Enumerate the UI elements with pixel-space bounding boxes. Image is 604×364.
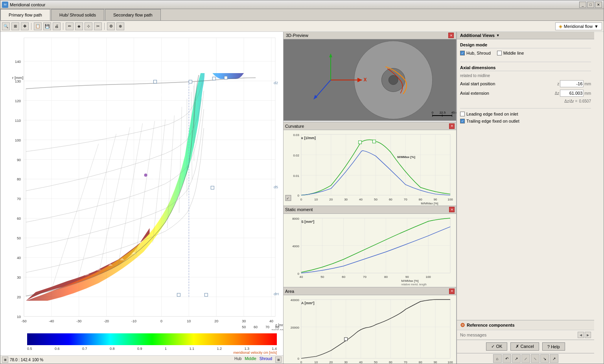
edge-section: Leading edge fixed on inlet ✓ Trailing e…: [460, 112, 591, 123]
export-button[interactable]: 📋: [34, 22, 42, 30]
svg-text:22.5: 22.5: [440, 111, 446, 114]
area-chart-content[interactable]: 40000 20000 0 0 10 20 30 40 50: [284, 295, 456, 364]
properties-title-bar: Additional Views ▼: [457, 32, 594, 39]
separator-3: [104, 23, 105, 30]
legend-settings-icon[interactable]: ⊞: [275, 357, 282, 363]
svg-text:S [mm²]: S [mm²]: [301, 220, 314, 224]
zoom-fit-button[interactable]: ⊞: [11, 22, 19, 30]
curvature-chart-close-button[interactable]: ✕: [449, 123, 455, 129]
static-moment-close-button[interactable]: ✕: [449, 207, 455, 212]
svg-rect-1: [24, 38, 275, 316]
svg-point-102: [389, 75, 398, 85]
dH-label: dH: [274, 292, 279, 296]
svg-text:40: 40: [359, 360, 363, 364]
tool-a-button[interactable]: ↗: [512, 354, 521, 363]
area-chart-title: Area: [285, 289, 294, 294]
svg-text:60: 60: [389, 360, 392, 364]
tool6-button[interactable]: ⊕: [116, 22, 124, 30]
tool1-button[interactable]: ✏: [66, 22, 74, 30]
tool-b-button[interactable]: ⟋: [521, 354, 530, 363]
y-tick-120: 120: [15, 99, 21, 103]
tool2-button[interactable]: ◈: [75, 22, 83, 30]
tab-primary-flow-path[interactable]: Primary flow path: [0, 9, 50, 20]
messages-nav-forward[interactable]: ▶: [585, 332, 591, 338]
svg-text:70: 70: [404, 360, 407, 364]
pan-button[interactable]: ✥: [21, 22, 29, 30]
static-moment-chart-title: Static moment: [285, 207, 313, 212]
no-messages-label: No messages: [460, 333, 486, 337]
close-button[interactable]: ✕: [595, 2, 602, 8]
meridional-flow-dropdown[interactable]: ◈ Meridional flow ▼: [555, 22, 602, 30]
middle-line-label: Middle line: [503, 51, 524, 55]
x-tick-minus50: -50: [21, 319, 26, 323]
svg-text:0: 0: [300, 360, 302, 364]
svg-text:40: 40: [359, 198, 363, 201]
cancel-button[interactable]: ✗ Cancel: [510, 342, 539, 351]
static-moment-chart: Static moment ✕: [284, 206, 456, 288]
y-tick-20: 20: [17, 295, 21, 299]
svg-text:90: 90: [434, 198, 437, 201]
ok-button[interactable]: ✓ OK: [486, 342, 507, 351]
curvature-chart: Curvature ✕: [284, 122, 456, 206]
y-tick-80: 80: [17, 178, 21, 182]
toolbar: 🔍 ⊞ ✥ 📋 💾 🖨 ✏ ◈ ⊹ ✂ ⚙ ⊕ ◈ Meridional flo…: [0, 21, 604, 32]
svg-text:0: 0: [297, 194, 299, 197]
zoom-in-button[interactable]: 🔍: [2, 22, 10, 30]
svg-text:0.02: 0.02: [293, 154, 299, 157]
minimize-button[interactable]: _: [579, 2, 586, 8]
svg-rect-95: [204, 293, 208, 296]
title-bar: M Meridional contour _ □ ✕: [0, 0, 604, 9]
divider-1: [460, 62, 591, 62]
axial-extension-input[interactable]: [560, 90, 584, 97]
ref-components-label: Reference components: [467, 323, 515, 327]
save-button[interactable]: 💾: [43, 22, 51, 30]
axial-dims-note: related to midline: [460, 74, 591, 78]
curvature-chart-content[interactable]: 0.03 0.02 0.01 0 0 10 20 30 40: [284, 130, 456, 206]
legend-labels: Hub Middle Shroud ⊞: [234, 357, 282, 363]
axial-extension-label: Axial extension: [460, 91, 555, 96]
leading-edge-checkbox[interactable]: [460, 112, 465, 116]
3d-preview-content[interactable]: X 0 22.5 45 mm: [284, 39, 456, 121]
svg-point-98: [144, 174, 147, 177]
hub-shroud-checkbox[interactable]: ✓: [460, 51, 465, 55]
static-moment-chart-title-bar: Static moment ✕: [284, 206, 456, 214]
y-tick-140: 140: [15, 60, 21, 64]
nav-back-button[interactable]: ↶: [503, 354, 511, 363]
meridional-chart-area[interactable]: d2 d5 dH 10 20 30 40 50 60 70: [0, 32, 283, 330]
tool-c-button[interactable]: ⟍: [531, 354, 540, 363]
tab-hub-shroud-solids[interactable]: Hub/ Shroud solids: [51, 9, 104, 20]
svg-text:κ [1/mm]: κ [1/mm]: [301, 136, 316, 140]
middle-line-checkbox[interactable]: [497, 51, 502, 55]
tool3-button[interactable]: ⊹: [85, 22, 92, 30]
svg-text:20: 20: [329, 360, 333, 364]
axial-extension-delta-label: Δz: [555, 91, 560, 96]
svg-text:100: 100: [447, 360, 453, 364]
leading-edge-row: Leading edge fixed on inlet: [460, 112, 591, 116]
axial-dims-section: Axial dimensions related to midline Axia…: [460, 65, 591, 103]
maximize-button[interactable]: □: [587, 2, 594, 8]
print-button[interactable]: 🖨: [53, 22, 61, 30]
tool-e-button[interactable]: ↗: [550, 354, 558, 363]
static-moment-chart-content[interactable]: 8000 4000 0 40 50 60 70 80 90: [284, 214, 456, 287]
properties-title: Additional Views: [460, 33, 495, 38]
tool4-button[interactable]: ✂: [94, 22, 102, 30]
messages-nav-back[interactable]: ◀: [578, 332, 584, 338]
additional-views-dropdown-arrow[interactable]: ▼: [496, 33, 500, 37]
svg-text:M/MMax [%]: M/MMax [%]: [401, 279, 418, 282]
nav-home-button[interactable]: ⌂: [493, 354, 502, 363]
tab-secondary-flow-path[interactable]: Secondary flow path: [105, 9, 161, 20]
trailing-edge-checkbox[interactable]: ✓: [460, 119, 465, 123]
3d-preview-close-button[interactable]: ✕: [448, 33, 454, 38]
area-chart-close-button[interactable]: ✕: [449, 289, 455, 294]
svg-text:M/MMax [%]: M/MMax [%]: [397, 155, 415, 159]
chart-settings-icon[interactable]: ⊞: [2, 357, 8, 363]
tool-d-button[interactable]: ↘: [540, 354, 549, 363]
axial-start-input[interactable]: [560, 80, 584, 87]
svg-text:0: 0: [297, 357, 299, 360]
svg-text:100: 100: [447, 198, 453, 201]
help-button[interactable]: ? Help: [542, 342, 565, 351]
tool5-button[interactable]: ⚙: [107, 22, 115, 30]
shroud-legend: Shroud: [260, 357, 272, 363]
x-tick-50: 50: [242, 325, 246, 329]
window-controls[interactable]: _ □ ✕: [579, 2, 602, 8]
